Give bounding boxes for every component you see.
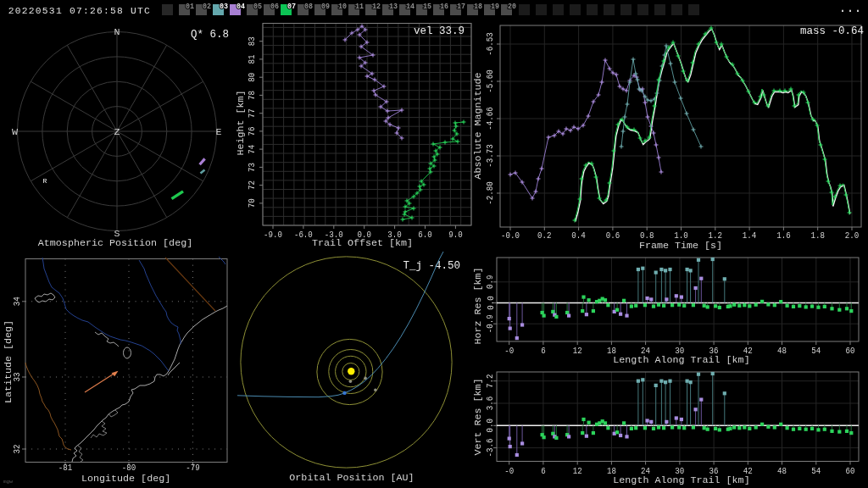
svg-text:1.6: 1.6 — [776, 230, 791, 241]
svg-text:Z: Z — [114, 126, 120, 138]
svg-text:9.0: 9.0 — [448, 230, 463, 240]
svg-text:74: 74 — [248, 145, 258, 154]
svg-text:-9.0: -9.0 — [264, 230, 282, 240]
svg-text:78: 78 — [248, 91, 258, 100]
svg-text:-3.73: -3.73 — [485, 144, 495, 168]
svg-text:05: 05 — [253, 3, 262, 11]
svg-text:09: 09 — [321, 3, 330, 11]
svg-text:Orbital Position [AU]: Orbital Position [AU] — [289, 472, 414, 484]
svg-text:3.6: 3.6 — [486, 396, 496, 411]
svg-text:Length Along Trail [km]: Length Along Trail [km] — [613, 474, 749, 486]
svg-text:1.8: 1.8 — [810, 230, 825, 241]
svg-text:-81: -81 — [58, 463, 73, 473]
svg-text:6: 6 — [541, 346, 546, 356]
svg-text:60: 60 — [846, 346, 855, 356]
svg-text:03: 03 — [220, 3, 228, 11]
svg-text:-4.66: -4.66 — [485, 107, 495, 130]
svg-text:Horz Res [km]: Horz Res [km] — [472, 267, 484, 344]
svg-text:Latitude [deg]: Latitude [deg] — [3, 320, 14, 403]
svg-text:mass -0.64: mass -0.64 — [800, 25, 864, 37]
svg-text:E: E — [215, 126, 221, 138]
svg-text:T_j -4.50: T_j -4.50 — [403, 260, 460, 272]
svg-text:20: 20 — [508, 3, 516, 11]
svg-text:Q* 6.8: Q* 6.8 — [191, 29, 229, 41]
svg-text:80: 80 — [248, 73, 258, 82]
svg-text:54: 54 — [811, 346, 821, 356]
svg-text:0.4: 0.4 — [571, 230, 586, 241]
svg-text:15: 15 — [423, 3, 431, 11]
svg-text:-6.0: -6.0 — [294, 230, 313, 240]
svg-text:08: 08 — [304, 3, 313, 11]
svg-text:12: 12 — [372, 3, 381, 11]
svg-text:6: 6 — [541, 466, 546, 476]
svg-text:0.0: 0.0 — [486, 419, 496, 433]
svg-text:48: 48 — [777, 346, 787, 356]
svg-text:83: 83 — [248, 36, 258, 46]
svg-text:10: 10 — [338, 3, 347, 11]
svg-text:60: 60 — [846, 466, 855, 476]
svg-text:R: R — [43, 177, 47, 185]
svg-text:2.0: 2.0 — [845, 230, 860, 241]
svg-text:1.4: 1.4 — [743, 230, 757, 241]
svg-text:W: W — [12, 126, 19, 138]
svg-text:1.0: 1.0 — [674, 230, 688, 241]
svg-text:12: 12 — [573, 346, 582, 356]
svg-text:vel 33.9: vel 33.9 — [414, 25, 465, 37]
svg-text:6.0: 6.0 — [418, 230, 432, 240]
svg-text:0.2: 0.2 — [537, 230, 552, 241]
svg-text:mgw: mgw — [3, 479, 13, 485]
svg-text:76: 76 — [248, 126, 258, 136]
svg-text:02: 02 — [203, 3, 211, 11]
svg-text:70: 70 — [248, 198, 258, 208]
svg-text:32: 32 — [12, 445, 22, 454]
svg-text:0.6: 0.6 — [606, 230, 620, 241]
svg-text:-5.60: -5.60 — [485, 69, 495, 93]
svg-text:-6.53: -6.53 — [485, 32, 495, 56]
svg-text:-2.80: -2.80 — [485, 181, 495, 205]
svg-text:...: ... — [838, 2, 861, 16]
svg-text:N: N — [114, 26, 120, 38]
svg-text:-0.0: -0.0 — [501, 230, 520, 241]
svg-text:18: 18 — [474, 3, 482, 11]
svg-text:06: 06 — [270, 3, 279, 11]
svg-text:17: 17 — [457, 3, 465, 11]
svg-text:Absolute Magnitude: Absolute Magnitude — [472, 72, 484, 179]
svg-text:Trail Offset [km]: Trail Offset [km] — [312, 237, 413, 249]
svg-text:1.2: 1.2 — [709, 230, 723, 241]
svg-text:20220531 07:26:58 UTC: 20220531 07:26:58 UTC — [8, 6, 150, 16]
svg-text:12: 12 — [573, 466, 582, 476]
svg-text:7.2: 7.2 — [486, 374, 496, 388]
svg-text:-0.9: -0.9 — [486, 314, 496, 333]
svg-text:77: 77 — [248, 108, 258, 118]
svg-text:0.0: 0.0 — [486, 296, 496, 310]
svg-text:Vert Res [km]: Vert Res [km] — [472, 378, 484, 455]
svg-text:73: 73 — [248, 163, 258, 172]
svg-text:0.8: 0.8 — [640, 230, 654, 241]
svg-text:13: 13 — [389, 3, 398, 11]
svg-text:0.9: 0.9 — [486, 275, 496, 290]
svg-text:04: 04 — [236, 3, 245, 11]
svg-text:19: 19 — [491, 3, 499, 11]
svg-text:14: 14 — [406, 3, 415, 11]
svg-text:Longitude [deg]: Longitude [deg] — [81, 473, 170, 485]
svg-text:16: 16 — [440, 3, 448, 11]
svg-text:Length Along Trail [km]: Length Along Trail [km] — [613, 354, 749, 366]
svg-text:01: 01 — [186, 3, 194, 11]
svg-text:-79: -79 — [186, 463, 200, 473]
svg-text:Atmospheric Position [deg]: Atmospheric Position [deg] — [38, 237, 192, 249]
svg-text:Frame Time [s]: Frame Time [s] — [639, 240, 722, 252]
svg-text:-80: -80 — [122, 463, 136, 473]
svg-text:Height [km]: Height [km] — [235, 90, 247, 155]
svg-text:34: 34 — [12, 297, 22, 306]
svg-text:-0: -0 — [504, 466, 514, 476]
svg-text:-0: -0 — [504, 346, 514, 356]
svg-text:07: 07 — [287, 3, 296, 11]
svg-text:72: 72 — [248, 180, 258, 190]
svg-text:-3.6: -3.6 — [486, 439, 496, 458]
svg-text:81: 81 — [248, 54, 258, 64]
svg-text:54: 54 — [811, 466, 821, 476]
svg-text:48: 48 — [777, 466, 787, 476]
svg-text:11: 11 — [355, 3, 364, 11]
